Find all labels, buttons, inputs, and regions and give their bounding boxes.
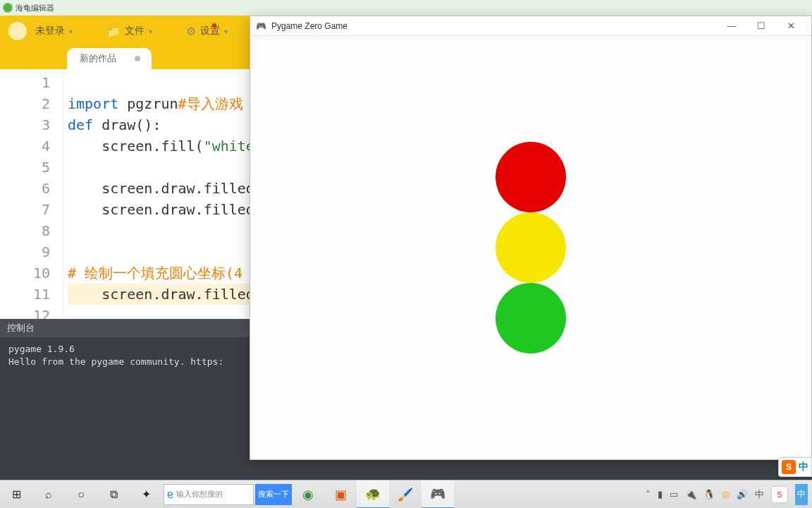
tray-up-icon[interactable]: ˄ — [646, 489, 651, 500]
notification-dot-icon — [212, 23, 216, 28]
chevron-down-icon: ▾ — [224, 28, 228, 35]
green-circle — [496, 283, 566, 353]
settings-menu[interactable]: ⚙ 设置 ▾ — [182, 22, 232, 41]
tab-label: 新的作品 — [80, 53, 116, 64]
ie-icon: e — [167, 488, 173, 501]
tray-icon-1[interactable]: 🐧 — [703, 489, 715, 500]
video-icon[interactable]: ▭ — [670, 489, 678, 500]
settings-label: 设置 — [200, 25, 220, 37]
app-logo-icon — [3, 3, 13, 13]
login-dropdown[interactable]: 未登录 ▾ — [31, 22, 77, 40]
tray-icon-2[interactable]: ◎ — [722, 489, 730, 500]
close-button[interactable]: ✕ — [776, 16, 806, 36]
pygame-window[interactable]: 🎮 Pygame Zero Game — ☐ ✕ ↖ — [250, 16, 812, 460]
taskbar-app-camtasia[interactable]: ◉ — [292, 480, 324, 509]
app-titlebar: 海龟编辑器 — [0, 0, 812, 16]
unsaved-dot-icon — [135, 56, 140, 61]
tab-new-work[interactable]: 新的作品 — [67, 48, 152, 69]
pygame-titlebar[interactable]: 🎮 Pygame Zero Game — ☐ ✕ — [250, 16, 811, 36]
taskbar: ⊞ ⌕ ○ ⧉ ✦ e 输入你想搜的 搜索一下 ◉ ▣ 🐢 🖌️ 🎮 ˄ ▮ ▭… — [0, 480, 812, 508]
chevron-down-icon: ▾ — [69, 28, 73, 35]
maximize-button[interactable]: ☐ — [746, 16, 776, 36]
ime-zh-button[interactable]: 中 — [795, 484, 808, 505]
folder-icon: 📁 — [106, 25, 121, 38]
ime-icon[interactable]: 中 — [755, 488, 764, 501]
avatar-icon[interactable] — [8, 22, 27, 40]
search-icon[interactable]: ⌕ — [32, 480, 65, 509]
line-gutter: 123456789101112 — [0, 69, 63, 319]
app-title: 海龟编辑器 — [16, 3, 54, 13]
ime-lang-indicator[interactable]: 中 — [799, 461, 808, 473]
pygame-canvas — [250, 36, 811, 459]
search-button[interactable]: 搜索一下 — [255, 484, 292, 505]
ime-float-bar[interactable]: S 中 — [778, 457, 812, 477]
system-tray[interactable]: ˄ ▮ ▭ 🔌 🐧 ◎ 🔊 中 S 中 — [646, 484, 812, 505]
taskview-icon[interactable]: ⧉ — [97, 480, 130, 509]
minimize-button[interactable]: — — [717, 16, 746, 36]
red-circle — [496, 142, 566, 212]
sogou-icon: S — [782, 460, 796, 474]
volume-icon[interactable]: 🔊 — [737, 489, 748, 500]
taskbar-app-turtle[interactable]: 🐢 — [357, 480, 389, 509]
power-icon[interactable]: 🔌 — [685, 489, 696, 500]
gear-icon: ⚙ — [186, 25, 196, 38]
app-icon-1[interactable]: ✦ — [130, 480, 162, 509]
pygame-title-text: Pygame Zero Game — [271, 21, 347, 31]
battery-icon[interactable]: ▮ — [658, 489, 663, 500]
taskbar-app-pygame[interactable]: 🎮 — [422, 480, 454, 509]
taskbar-app-paint[interactable]: 🖌️ — [389, 480, 422, 509]
chevron-down-icon: ▾ — [149, 28, 152, 35]
sogou-tray-icon[interactable]: S — [771, 486, 788, 503]
gamepad-icon: 🎮 — [256, 22, 267, 30]
file-menu[interactable]: 📁 文件 ▾ — [102, 22, 156, 41]
taskbar-search-input[interactable]: e 输入你想搜的 — [164, 484, 254, 505]
taskbar-app-recorder[interactable]: ▣ — [324, 480, 357, 509]
yellow-circle — [496, 212, 566, 283]
login-label: 未登录 — [35, 25, 65, 37]
cortana-icon[interactable]: ○ — [65, 480, 97, 509]
start-button[interactable]: ⊞ — [0, 480, 32, 509]
file-label: 文件 — [125, 25, 144, 37]
search-placeholder: 输入你想搜的 — [176, 489, 223, 500]
